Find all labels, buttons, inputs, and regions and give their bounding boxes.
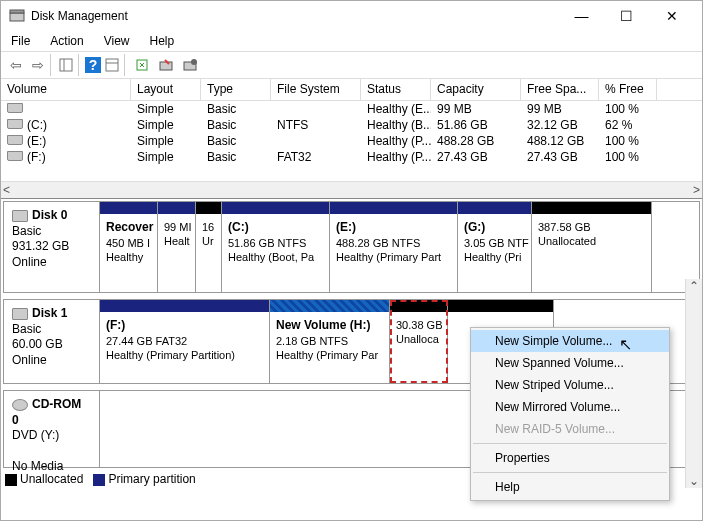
col-layout[interactable]: Layout — [131, 79, 201, 100]
forward-button[interactable]: ⇨ — [29, 54, 51, 76]
svg-rect-7 — [160, 62, 172, 70]
volume-row[interactable]: (E:)SimpleBasicHealthy (P...488.28 GB488… — [1, 133, 702, 149]
context-menu-item[interactable]: New Striped Volume... — [471, 374, 669, 396]
context-menu-item[interactable]: Properties — [471, 447, 669, 469]
svg-point-9 — [191, 59, 197, 65]
menu-view[interactable]: View — [98, 32, 136, 50]
back-button[interactable]: ⇦ — [5, 54, 27, 76]
maximize-button[interactable]: ☐ — [604, 2, 649, 31]
menu-help[interactable]: Help — [144, 32, 181, 50]
col-status[interactable]: Status — [361, 79, 431, 100]
horizontal-scrollbar[interactable]: <> — [1, 181, 702, 198]
context-menu-item[interactable]: Help — [471, 476, 669, 498]
partition[interactable]: 99 MIHealt — [158, 202, 196, 292]
col-capacity[interactable]: Capacity — [431, 79, 521, 100]
cdrom-icon — [12, 399, 28, 411]
col-pct[interactable]: % Free — [599, 79, 657, 100]
partition[interactable]: (G:)3.05 GB NTFHealthy (Pri — [458, 202, 532, 292]
help-toolbar-button[interactable]: ? — [85, 57, 101, 73]
disk-info[interactable]: Disk 0 Basic 931.32 GB Online — [4, 202, 100, 292]
context-menu: New Simple Volume...New Spanned Volume..… — [470, 327, 670, 501]
partition[interactable]: New Volume (H:)2.18 GB NTFSHealthy (Prim… — [270, 300, 390, 383]
svg-rect-1 — [10, 10, 24, 13]
refresh-button[interactable] — [131, 54, 153, 76]
col-fs[interactable]: File System — [271, 79, 361, 100]
volume-list: SimpleBasicHealthy (E...99 MB99 MB100 % … — [1, 101, 702, 181]
disk-icon — [12, 210, 28, 222]
col-free[interactable]: Free Spa... — [521, 79, 599, 100]
partition[interactable]: (F:)27.44 GB FAT32Healthy (Primary Parti… — [100, 300, 270, 383]
menu-action[interactable]: Action — [44, 32, 89, 50]
partition[interactable]: 16Ur — [196, 202, 222, 292]
svg-rect-2 — [60, 59, 72, 71]
legend-swatch-primary — [93, 474, 105, 486]
vertical-scrollbar[interactable]: ⌃⌄ — [685, 279, 702, 488]
context-menu-item: New RAID-5 Volume... — [471, 418, 669, 440]
disk-info[interactable]: Disk 1 Basic 60.00 GB Online — [4, 300, 100, 383]
menubar: File Action View Help — [1, 31, 702, 51]
disk-row: Disk 0 Basic 931.32 GB Online Recover450… — [3, 201, 700, 293]
toolbar: ⇦ ⇨ ? — [1, 51, 702, 79]
partition[interactable]: (C:)51.86 GB NTFSHealthy (Boot, Pa — [222, 202, 330, 292]
partition[interactable]: (E:)488.28 GB NTFSHealthy (Primary Part — [330, 202, 458, 292]
minimize-button[interactable]: — — [559, 2, 604, 31]
partition[interactable]: 30.38 GBUnalloca — [390, 300, 448, 383]
svg-rect-0 — [10, 13, 24, 21]
volume-row[interactable]: (F:)SimpleBasicFAT32Healthy (P...27.43 G… — [1, 149, 702, 165]
action-list-button[interactable] — [103, 54, 125, 76]
col-volume[interactable]: Volume — [1, 79, 131, 100]
settings-button[interactable] — [179, 54, 201, 76]
partition[interactable]: 387.58 GBUnallocated — [532, 202, 652, 292]
column-header: Volume Layout Type File System Status Ca… — [1, 79, 702, 101]
disk-info[interactable]: CD-ROM 0 DVD (Y:) No Media — [4, 391, 100, 467]
volume-row[interactable]: SimpleBasicHealthy (E...99 MB99 MB100 % — [1, 101, 702, 117]
context-menu-item[interactable]: New Mirrored Volume... — [471, 396, 669, 418]
close-button[interactable]: ✕ — [649, 2, 694, 31]
partition[interactable]: Recover450 MB IHealthy — [100, 202, 158, 292]
window-title: Disk Management — [31, 9, 559, 23]
app-icon — [9, 8, 25, 24]
drive-icon — [7, 119, 23, 129]
context-menu-item[interactable]: New Simple Volume... — [471, 330, 669, 352]
svg-rect-4 — [106, 59, 118, 71]
drive-icon — [7, 151, 23, 161]
titlebar: Disk Management — ☐ ✕ — [1, 1, 702, 31]
disk-icon — [12, 308, 28, 320]
drive-icon — [7, 135, 23, 145]
context-menu-item[interactable]: New Spanned Volume... — [471, 352, 669, 374]
legend-swatch-unallocated — [5, 474, 17, 486]
show-hide-tree-button[interactable] — [57, 54, 79, 76]
menu-file[interactable]: File — [5, 32, 36, 50]
drive-icon — [7, 103, 23, 113]
col-type[interactable]: Type — [201, 79, 271, 100]
legend: Unallocated Primary partition — [5, 472, 196, 486]
volume-row[interactable]: (C:)SimpleBasicNTFSHealthy (B...51.86 GB… — [1, 117, 702, 133]
rescan-button[interactable] — [155, 54, 177, 76]
